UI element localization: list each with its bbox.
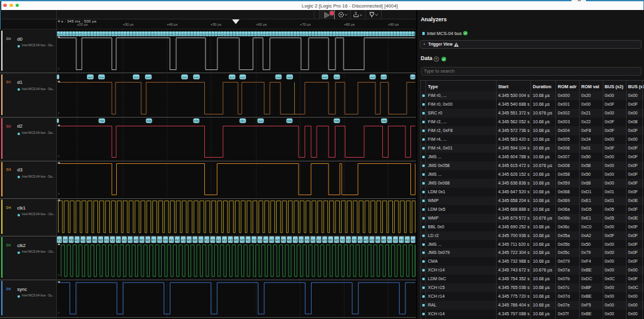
svg-text:M1: M1 (140, 238, 144, 242)
svg-text:0x0: 0x0 (134, 76, 139, 79)
svg-text:A1: A1 (358, 238, 362, 242)
svg-text:0x0: 0x0 (57, 33, 60, 36)
svg-text:X3: X3 (305, 238, 309, 242)
svg-text:0x0: 0x0 (94, 33, 96, 36)
svg-text:0x1: 0x1 (206, 33, 208, 36)
svg-text:A3: A3 (323, 238, 327, 242)
svg-text:0x6: 0x6 (69, 33, 72, 36)
svg-text:0x3: 0x3 (330, 33, 332, 36)
svg-text:0x2: 0x2 (240, 76, 245, 79)
svg-text:0x0: 0x0 (72, 33, 75, 36)
svg-text:0x3: 0x3 (87, 33, 90, 36)
svg-text:X2: X2 (205, 238, 209, 242)
svg-text:A1: A1 (264, 238, 268, 242)
svg-text:0x0: 0x0 (348, 33, 350, 36)
svg-text:FIM: FIM (194, 119, 199, 123)
svg-text:0x7: 0x7 (91, 33, 93, 36)
svg-text:X2: X2 (394, 238, 398, 242)
svg-text:X3: X3 (164, 238, 168, 242)
svg-text:A1: A1 (169, 238, 174, 242)
svg-text:0x7: 0x7 (187, 33, 190, 36)
svg-text:0x0: 0x0 (191, 33, 193, 36)
svg-text:0x1: 0x1 (109, 33, 111, 36)
svg-text:0x2: 0x2 (410, 76, 415, 79)
svg-text:L: L (58, 273, 60, 276)
svg-text:0x4: 0x4 (272, 33, 275, 36)
svg-text:0x0: 0x0 (258, 119, 263, 123)
svg-text:0x5: 0x5 (230, 33, 232, 36)
svg-text:0x2: 0x2 (257, 33, 260, 36)
svg-text:0x4: 0x4 (212, 33, 214, 36)
svg-text:0x1: 0x1 (179, 33, 181, 36)
svg-text:X3: X3 (258, 238, 262, 242)
svg-text:0x6: 0x6 (360, 33, 363, 36)
svg-text:0x2: 0x2 (160, 33, 162, 36)
svg-text:M1: M1 (329, 238, 333, 242)
svg-text:M2: M2 (193, 238, 197, 242)
svg-text:L: L (58, 311, 60, 314)
svg-text:0x4: 0x4 (260, 33, 262, 36)
svg-text:FIM: FIM (335, 119, 340, 123)
svg-text:0x7: 0x7 (236, 33, 239, 36)
svg-text:X1: X1 (152, 238, 156, 242)
svg-text:0x5: 0x5 (327, 33, 329, 36)
svg-text:X3: X3 (211, 238, 215, 242)
svg-text:0x7: 0x7 (333, 33, 335, 36)
svg-text:X1: X1 (199, 238, 203, 242)
svg-text:0x2: 0x2 (112, 33, 114, 36)
svg-text:0x2: 0x2 (194, 33, 196, 36)
svg-text:L: L (58, 154, 60, 158)
svg-text:0x3: 0x3 (379, 33, 381, 36)
svg-text:0x0: 0x0 (287, 76, 292, 79)
svg-text:0x5: 0x5 (133, 33, 136, 36)
svg-text:0x6: 0x6 (151, 33, 154, 36)
svg-text:0x2: 0x2 (387, 33, 390, 36)
svg-text:X2: X2 (111, 238, 115, 242)
svg-text:0x4: 0x4 (357, 33, 360, 36)
svg-text:0x6: 0x6 (199, 33, 202, 36)
svg-text:0x0: 0x0 (276, 76, 281, 79)
svg-text:0x4: 0x4 (115, 33, 117, 36)
svg-text:0x0: 0x0 (336, 33, 339, 36)
svg-text:0x6: 0x6 (166, 33, 169, 36)
svg-text:?: ? (435, 57, 438, 61)
svg-text:A3: A3 (87, 238, 91, 242)
svg-text:0x6: 0x6 (215, 33, 217, 36)
svg-text:0x2: 0x2 (146, 76, 151, 79)
svg-text:0x0: 0x0 (121, 33, 123, 36)
svg-text:0x4: 0x4 (78, 33, 81, 36)
svg-text:0x2: 0x2 (354, 33, 357, 36)
svg-text:0x2: 0x2 (63, 33, 66, 36)
svg-text:M1: M1 (187, 238, 191, 242)
svg-text:X1: X1 (387, 238, 392, 242)
svg-text:A3: A3 (229, 238, 233, 242)
svg-text:0x3: 0x3 (184, 33, 187, 36)
svg-text:0x1: 0x1 (227, 33, 229, 36)
svg-text:0x0: 0x0 (194, 76, 199, 79)
svg-text:0x4: 0x4 (66, 33, 69, 36)
svg-text:A2: A2 (128, 238, 132, 242)
svg-text:M2: M2 (146, 238, 150, 242)
svg-text:0x0: 0x0 (142, 33, 144, 36)
svg-text:0x2: 0x2 (366, 33, 369, 36)
svg-text:FIM: FIM (147, 119, 152, 123)
svg-text:X1: X1 (340, 238, 345, 242)
svg-text:0x2: 0x2 (220, 33, 223, 36)
svg-text:0x2: 0x2 (124, 33, 126, 36)
svg-text:M1: M1 (234, 238, 239, 242)
svg-text:X3: X3 (69, 238, 74, 242)
svg-text:X1: X1 (104, 238, 109, 242)
svg-text:0x0: 0x0 (322, 76, 327, 79)
svg-text:0x4: 0x4 (224, 33, 226, 36)
svg-text:0x4: 0x4 (176, 33, 178, 36)
svg-text:A1: A1 (217, 238, 221, 242)
svg-text:0x1: 0x1 (60, 33, 62, 36)
svg-text:0x1: 0x1 (81, 33, 84, 36)
svg-text:0x0: 0x0 (106, 33, 108, 36)
svg-text:0x2: 0x2 (269, 33, 272, 36)
svg-text:0x0: 0x0 (370, 76, 375, 79)
svg-text:0x6: 0x6 (409, 33, 411, 36)
svg-text:0x1: 0x1 (302, 33, 305, 36)
svg-text:0x1: 0x1 (342, 33, 344, 36)
svg-text:0x0: 0x0 (287, 33, 290, 36)
